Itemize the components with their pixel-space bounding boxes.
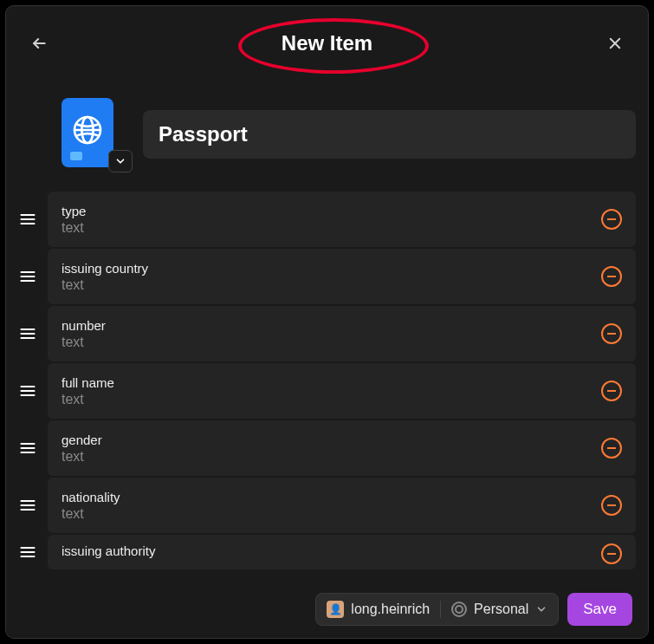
- avatar-icon: 👤: [327, 601, 344, 618]
- field-card[interactable]: nationality text: [48, 478, 636, 533]
- field-card[interactable]: issuing authority: [48, 535, 636, 569]
- field-name-label: issuing country: [62, 261, 148, 276]
- drag-handle-icon[interactable]: [18, 545, 37, 559]
- dialog-title: New Item: [6, 31, 648, 55]
- close-button[interactable]: [601, 29, 629, 57]
- field-name-label: full name: [62, 375, 114, 390]
- vault-icon: [451, 602, 467, 617]
- remove-field-button[interactable]: [601, 543, 622, 564]
- field-row: issuing country text: [18, 249, 636, 304]
- remove-field-button[interactable]: [601, 438, 622, 459]
- drag-handle-icon[interactable]: [18, 498, 37, 512]
- field-name-label: issuing authority: [62, 543, 155, 558]
- dialog-header: New Item: [6, 6, 648, 81]
- field-card[interactable]: gender text: [48, 420, 636, 476]
- field-row: number text: [18, 306, 636, 361]
- passport-icon: [62, 98, 113, 167]
- remove-field-button[interactable]: [601, 323, 622, 344]
- item-title-input[interactable]: [143, 110, 636, 159]
- field-name-label: gender: [62, 433, 102, 447]
- remove-field-button[interactable]: [601, 209, 622, 230]
- field-type-label: text: [62, 277, 148, 293]
- field-type-label: text: [62, 449, 102, 465]
- field-row: gender text: [18, 420, 636, 476]
- field-row: type text: [18, 192, 636, 247]
- field-name-label: number: [62, 318, 106, 333]
- remove-field-button[interactable]: [601, 266, 622, 287]
- remove-field-button[interactable]: [601, 495, 622, 516]
- drag-handle-icon[interactable]: [18, 441, 37, 455]
- new-item-dialog: New Item: [5, 5, 649, 639]
- account-vault-picker[interactable]: 👤 long.heinrich Personal: [315, 593, 559, 626]
- account-name: long.heinrich: [351, 602, 430, 617]
- category-icon-wrap: [62, 98, 127, 171]
- annotation-ellipse: [238, 18, 429, 74]
- field-type-label: text: [62, 220, 86, 236]
- drag-handle-icon[interactable]: [18, 212, 37, 226]
- field-name-label: nationality: [62, 490, 120, 504]
- field-row: full name text: [18, 363, 636, 419]
- drag-handle-icon[interactable]: [18, 327, 37, 341]
- vault-name: Personal: [474, 602, 528, 617]
- back-button[interactable]: [25, 29, 53, 57]
- drag-handle-icon[interactable]: [18, 384, 37, 398]
- item-header: [18, 81, 636, 192]
- field-card[interactable]: issuing country text: [48, 249, 636, 304]
- fields-list: type text issuing country text number te…: [18, 192, 636, 581]
- field-card[interactable]: type text: [48, 192, 636, 247]
- drag-handle-icon[interactable]: [18, 270, 37, 283]
- dialog-body: type text issuing country text number te…: [6, 81, 648, 581]
- field-type-label: text: [62, 392, 114, 407]
- remove-field-button[interactable]: [601, 381, 622, 401]
- category-picker-button[interactable]: [108, 150, 133, 172]
- field-type-label: text: [62, 335, 106, 350]
- dialog-footer: 👤 long.heinrich Personal Save: [6, 581, 648, 638]
- field-type-label: text: [62, 506, 120, 522]
- field-row: nationality text: [18, 478, 636, 533]
- save-button[interactable]: Save: [567, 593, 632, 626]
- field-card[interactable]: number text: [48, 306, 636, 361]
- field-row: issuing authority: [18, 535, 636, 569]
- field-name-label: type: [62, 204, 86, 218]
- chevron-down-icon: [535, 603, 547, 615]
- field-card[interactable]: full name text: [48, 363, 636, 419]
